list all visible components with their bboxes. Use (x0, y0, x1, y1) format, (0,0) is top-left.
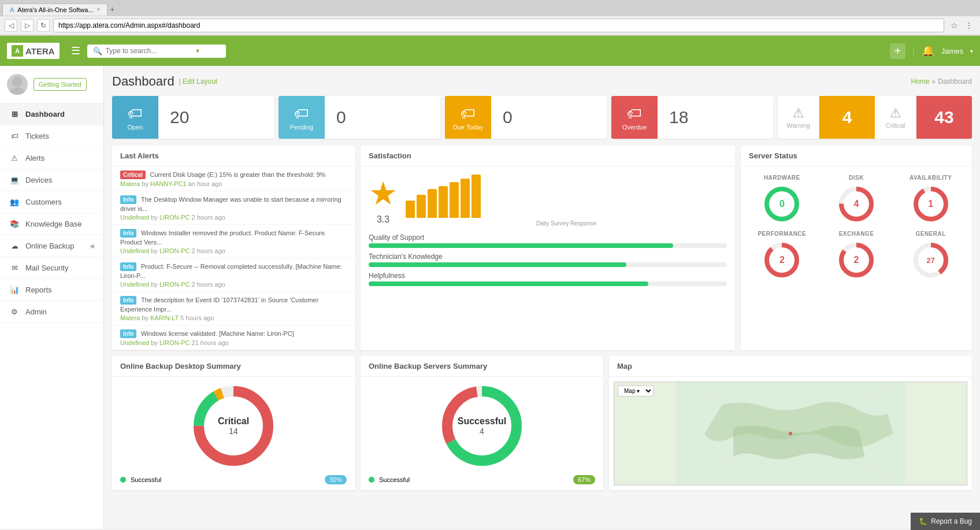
alert-source-3[interactable]: Undefined (120, 281, 149, 288)
metric-quality: Quality of Support (369, 234, 727, 248)
backup-servers-pct-badge: 67% (573, 475, 595, 484)
reports-icon: 📊 (9, 286, 20, 294)
alert-time-3: 2 hours ago (192, 281, 225, 288)
browser-tab[interactable]: A Atera's All-in-One Softwa... × (2, 3, 107, 16)
sidebar-label-online-backup: Online Backup (25, 242, 75, 250)
customers-icon: 👥 (9, 198, 20, 206)
sidebar-item-dashboard[interactable]: ⊞ Dashboard (0, 103, 103, 125)
server-availability: AVAILABILITY 1 (897, 175, 964, 223)
availability-donut: 1 (912, 186, 949, 223)
alert-badge-critical: Critical (120, 171, 146, 179)
backup-desktop-chart: Critical 14 (190, 383, 277, 469)
critical-value: 43 (934, 108, 953, 127)
server-hardware: HARDWARE 0 (749, 175, 815, 223)
sidebar-item-alerts[interactable]: ⚠ Alerts (0, 147, 103, 169)
performance-value: 2 (779, 255, 785, 265)
backup-servers-center-num: 4 (458, 427, 506, 436)
add-btn[interactable]: + (890, 43, 906, 59)
backup-desktop-panel: Online Backup Desktop Summary Critical 1… (112, 356, 355, 490)
exchange-donut: 2 (838, 242, 875, 279)
critical-section: ⚠ Critical 43 (875, 96, 972, 139)
star-icon: ★ (369, 175, 398, 212)
general-donut: 27 (912, 242, 949, 279)
alert-by-4[interactable]: KARIN-LT (150, 314, 179, 321)
bookmark-btn[interactable]: ☆ (948, 19, 960, 32)
getting-started-btn[interactable]: Getting Started (34, 78, 87, 91)
sidebar-item-admin[interactable]: ⚙ Admin (0, 301, 103, 323)
alert-source-2[interactable]: Undefined (120, 247, 149, 254)
alert-source-5[interactable]: Undefined (120, 339, 149, 346)
alerts-panel-title: Last Alerts (112, 146, 355, 166)
alerts-list: Critical Current Disk Usage (E:) 15% is … (112, 166, 355, 350)
bell-icon[interactable]: 🔔 (922, 45, 934, 57)
hamburger-btn[interactable]: ☰ (71, 45, 80, 57)
reload-btn[interactable]: ↻ (37, 19, 50, 32)
exchange-label: EXCHANGE (823, 231, 890, 237)
satisfaction-metrics: Quality of Support Technician's Knowledg… (361, 231, 735, 299)
sidebar-item-reports[interactable]: 📊 Reports (0, 279, 103, 301)
sidebar-item-mail-security[interactable]: ✉ Mail Security (0, 257, 103, 279)
server-exchange: EXCHANGE 2 (823, 231, 890, 279)
tab-close-btn[interactable]: × (96, 6, 100, 13)
alert-source-0[interactable]: Matera (120, 180, 140, 187)
satisfaction-panel-title: Satisfaction (361, 146, 735, 166)
alert-meta-2: Undefined by LIRON-PC 2 hours ago (120, 247, 347, 254)
alert-time-4: 5 hours ago (180, 314, 214, 321)
alert-source-1[interactable]: Undefined (120, 214, 149, 221)
alert-by-1[interactable]: LIRON-PC (159, 214, 190, 221)
backup-desktop-legend: Successful 30% (112, 475, 355, 490)
forward-btn[interactable]: ▷ (21, 19, 34, 32)
new-tab-btn[interactable]: + (110, 5, 114, 14)
sidebar-item-customers[interactable]: 👥 Customers (0, 191, 103, 213)
user-dropdown-icon[interactable]: ▾ (970, 48, 973, 54)
bug-icon: 🐛 (919, 517, 927, 525)
servers-legend-dot (369, 477, 374, 483)
overdue-value: 18 (658, 108, 700, 127)
alert-meta-3: Undefined by LIRON-PC 2 hours ago (120, 281, 347, 288)
sidebar-label-tickets: Tickets (25, 132, 49, 140)
performance-donut: 2 (763, 242, 800, 279)
disk-donut: 4 (838, 186, 875, 223)
browser-chrome: A Atera's All-in-One Softwa... × + ◁ ▷ ↻… (0, 0, 980, 36)
alert-by-0[interactable]: HANNY-PC1 (150, 180, 187, 187)
sidebar-item-online-backup[interactable]: ☁ Online Backup ◀ (0, 235, 103, 257)
map-title: Map (609, 356, 972, 377)
back-btn[interactable]: ◁ (5, 19, 17, 32)
menu-btn[interactable]: ⋮ (963, 19, 975, 32)
server-status-title: Server Status (741, 146, 972, 166)
breadcrumb-home[interactable]: Home (911, 77, 930, 86)
alert-by-2[interactable]: LIRON-PC (159, 247, 190, 254)
server-grid: HARDWARE 0 DISK (741, 166, 972, 287)
server-performance: PERFORMANCE 2 (749, 231, 815, 279)
devices-icon: 💻 (9, 176, 20, 184)
header-user[interactable]: James (941, 47, 963, 55)
search-dropdown-icon[interactable]: ▾ (196, 47, 199, 55)
bar-1 (406, 201, 415, 218)
stat-card-open[interactable]: 🏷 Open 20 (112, 96, 274, 139)
online-backup-icon: ☁ (9, 242, 20, 250)
stat-card-overdue[interactable]: 🏷 Overdue 18 (611, 96, 773, 139)
address-bar[interactable] (53, 18, 944, 32)
search-input[interactable] (106, 47, 192, 55)
alert-by-3[interactable]: LIRON-PC (159, 281, 190, 288)
map-select[interactable]: Map ▾ (618, 386, 654, 396)
open-icon-box: 🏷 Open (112, 96, 158, 139)
alert-source-4[interactable]: Matera (120, 314, 140, 321)
sidebar-item-knowledge-base[interactable]: 📚 Knowledge Base (0, 213, 103, 235)
tab-title: Atera's All-in-One Softwa... (17, 6, 93, 13)
stat-card-pending[interactable]: 🏷 Pending 0 (279, 96, 440, 139)
sidebar-label-devices: Devices (25, 176, 52, 184)
report-bug-btn[interactable]: 🐛 Report a Bug (911, 513, 980, 529)
sidebar-nav: ⊞ Dashboard 🏷 Tickets ⚠ Alerts 💻 Devices… (0, 103, 103, 323)
sidebar-item-devices[interactable]: 💻 Devices (0, 169, 103, 191)
metric-knowledge-label: Technician's Knowledge (369, 253, 727, 261)
sidebar-label-admin: Admin (25, 307, 47, 316)
stat-card-due-today[interactable]: 🏷 Due Today 0 (445, 96, 607, 139)
edit-layout-link[interactable]: | Edit Layout (179, 77, 218, 86)
alert-by-5[interactable]: LIRON-PC (159, 339, 190, 346)
bar-7 (472, 175, 481, 218)
svg-point-1 (9, 87, 26, 95)
logo-icon: A (12, 45, 23, 57)
warning-label: Warning (786, 122, 810, 129)
sidebar-item-tickets[interactable]: 🏷 Tickets (0, 125, 103, 147)
